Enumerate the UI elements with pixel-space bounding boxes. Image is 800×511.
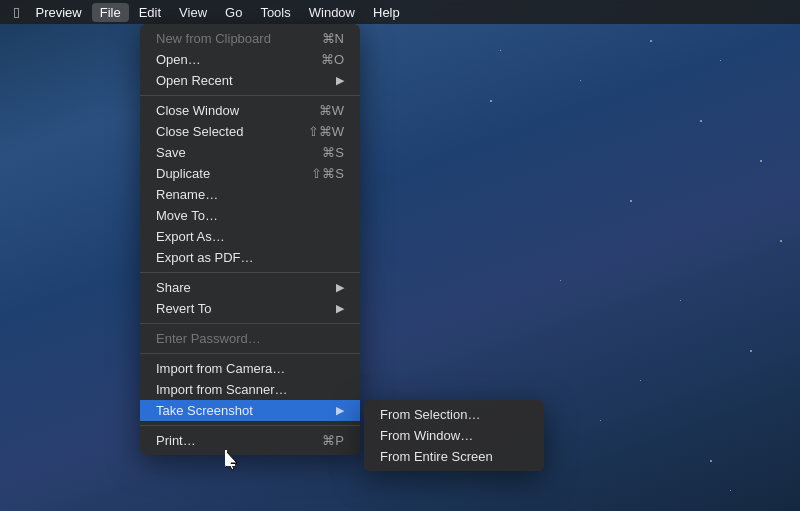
menu-label: Rename… bbox=[156, 187, 218, 202]
menubar-tools[interactable]: Tools bbox=[252, 3, 298, 22]
menu-item-new-clipboard[interactable]: New from Clipboard ⌘N bbox=[140, 28, 360, 49]
menu-shortcut: ⌘O bbox=[321, 52, 344, 67]
menu-label: Close Selected bbox=[156, 124, 243, 139]
menubar-file[interactable]: File bbox=[92, 3, 129, 22]
menu-item-rename[interactable]: Rename… bbox=[140, 184, 360, 205]
arrow-icon: ▶ bbox=[336, 302, 344, 315]
menu-item-import-camera[interactable]: Import from Camera… bbox=[140, 358, 360, 379]
menu-item-duplicate[interactable]: Duplicate ⇧⌘S bbox=[140, 163, 360, 184]
menu-item-save[interactable]: Save ⌘S bbox=[140, 142, 360, 163]
menu-item-export-pdf[interactable]: Export as PDF… bbox=[140, 247, 360, 268]
arrow-icon: ▶ bbox=[336, 404, 344, 417]
separator bbox=[140, 353, 360, 354]
menu-label: Enter Password… bbox=[156, 331, 261, 346]
file-menu-dropdown: New from Clipboard ⌘N Open… ⌘O Open Rece… bbox=[140, 24, 360, 455]
menubar-view[interactable]: View bbox=[171, 3, 215, 22]
menu-label: Duplicate bbox=[156, 166, 210, 181]
menu-item-open-recent[interactable]: Open Recent ▶ bbox=[140, 70, 360, 91]
menu-label: Print… bbox=[156, 433, 196, 448]
menu-shortcut: ⌘P bbox=[322, 433, 344, 448]
separator bbox=[140, 323, 360, 324]
submenu-label: From Window… bbox=[380, 428, 473, 443]
submenu-label: From Entire Screen bbox=[380, 449, 493, 464]
menu-item-enter-password[interactable]: Enter Password… bbox=[140, 328, 360, 349]
menu-item-revert-to[interactable]: Revert To ▶ bbox=[140, 298, 360, 319]
menu-item-open[interactable]: Open… ⌘O bbox=[140, 49, 360, 70]
submenu-item-from-selection[interactable]: From Selection… bbox=[364, 404, 544, 425]
separator bbox=[140, 272, 360, 273]
menu-shortcut: ⌘N bbox=[322, 31, 344, 46]
apple-menu[interactable]:  bbox=[8, 2, 25, 23]
take-screenshot-container: Take Screenshot ▶ From Selection… From W… bbox=[140, 400, 360, 421]
submenu-item-from-window[interactable]: From Window… bbox=[364, 425, 544, 446]
menu-label: New from Clipboard bbox=[156, 31, 271, 46]
menu-item-close-window[interactable]: Close Window ⌘W bbox=[140, 100, 360, 121]
menu-item-take-screenshot[interactable]: Take Screenshot ▶ bbox=[140, 400, 360, 421]
menubar-preview[interactable]: Preview bbox=[27, 3, 89, 22]
menu-label: Close Window bbox=[156, 103, 239, 118]
menu-label: Take Screenshot bbox=[156, 403, 253, 418]
menu-label: Save bbox=[156, 145, 186, 160]
screenshot-submenu: From Selection… From Window… From Entire… bbox=[364, 400, 544, 471]
arrow-icon: ▶ bbox=[336, 74, 344, 87]
menubar-items:  Preview File Edit View Go Tools Window… bbox=[8, 2, 408, 23]
arrow-icon: ▶ bbox=[336, 281, 344, 294]
menu-item-export-as[interactable]: Export As… bbox=[140, 226, 360, 247]
menu-label: Export as PDF… bbox=[156, 250, 254, 265]
menu-shortcut: ⌘W bbox=[319, 103, 344, 118]
menu-item-print[interactable]: Print… ⌘P bbox=[140, 430, 360, 451]
menubar-window[interactable]: Window bbox=[301, 3, 363, 22]
menu-label: Share bbox=[156, 280, 191, 295]
menu-shortcut: ⇧⌘S bbox=[311, 166, 344, 181]
separator bbox=[140, 425, 360, 426]
menu-shortcut: ⇧⌘W bbox=[308, 124, 344, 139]
menu-label: Import from Scanner… bbox=[156, 382, 288, 397]
menu-item-move-to[interactable]: Move To… bbox=[140, 205, 360, 226]
menubar-go[interactable]: Go bbox=[217, 3, 250, 22]
menu-label: Export As… bbox=[156, 229, 225, 244]
menu-label: Open… bbox=[156, 52, 201, 67]
menu-label: Import from Camera… bbox=[156, 361, 285, 376]
submenu-item-from-entire-screen[interactable]: From Entire Screen bbox=[364, 446, 544, 467]
separator bbox=[140, 95, 360, 96]
menu-label: Move To… bbox=[156, 208, 218, 223]
menu-item-import-scanner[interactable]: Import from Scanner… bbox=[140, 379, 360, 400]
menu-item-share[interactable]: Share ▶ bbox=[140, 277, 360, 298]
menubar-help[interactable]: Help bbox=[365, 3, 408, 22]
menu-label: Revert To bbox=[156, 301, 211, 316]
menu-shortcut: ⌘S bbox=[322, 145, 344, 160]
menubar-edit[interactable]: Edit bbox=[131, 3, 169, 22]
submenu-label: From Selection… bbox=[380, 407, 480, 422]
menubar:  Preview File Edit View Go Tools Window… bbox=[0, 0, 800, 24]
menu-label: Open Recent bbox=[156, 73, 233, 88]
menu-item-close-selected[interactable]: Close Selected ⇧⌘W bbox=[140, 121, 360, 142]
